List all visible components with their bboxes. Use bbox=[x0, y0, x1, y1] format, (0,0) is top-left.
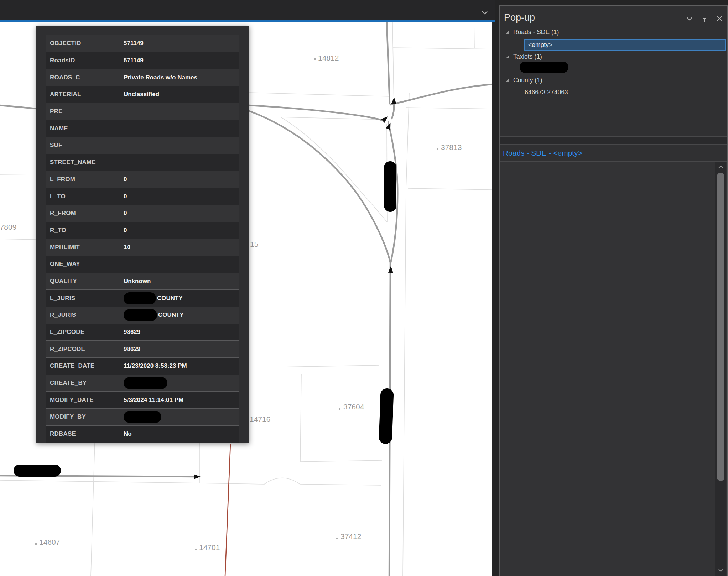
parcel-number-label: 37813 bbox=[441, 143, 462, 151]
redaction-mark bbox=[124, 309, 157, 321]
field-name: RDBASE bbox=[46, 426, 120, 443]
field-name: MODIFY_DATE bbox=[46, 392, 120, 408]
parcel-number-label: 37604 bbox=[343, 403, 364, 411]
panel-menu-chevron-down-icon[interactable] bbox=[685, 14, 694, 23]
field-value: Private Roads w/o Names bbox=[120, 69, 239, 86]
field-value: 0 bbox=[120, 188, 239, 205]
field-name: R_TO bbox=[46, 222, 120, 239]
redaction-mark bbox=[124, 377, 167, 389]
table-row: ROADS_CPrivate Roads w/o Names bbox=[46, 69, 239, 86]
tree-group-roads-sde[interactable]: Roads - SDE (1) bbox=[513, 28, 559, 36]
field-value: 10 bbox=[120, 239, 239, 256]
table-row: MODIFY_DATE5/3/2024 11:14:01 PM bbox=[46, 391, 239, 408]
field-name: ROADS_C bbox=[46, 69, 120, 86]
table-row: R_TO0 bbox=[46, 222, 239, 239]
field-value: 0 bbox=[120, 171, 239, 188]
ribbon-expand-chevron-icon[interactable] bbox=[481, 10, 489, 15]
popup-panel: Pop-up Roads - SDE (1) <empty> Taxlots (… bbox=[499, 5, 728, 576]
field-value: 571149 bbox=[120, 35, 239, 52]
table-row: R_ZIPCODE98629 bbox=[46, 340, 239, 357]
table-row: L_FROM0 bbox=[46, 171, 239, 188]
field-value: 571149 bbox=[120, 52, 239, 69]
feature-attributes-popup: OBJECTID571149RoadsID571149ROADS_CPrivat… bbox=[36, 26, 249, 443]
table-row: RoadsID571149 bbox=[46, 52, 239, 69]
scroll-down-icon[interactable] bbox=[715, 566, 726, 575]
redaction-mark bbox=[124, 292, 156, 304]
field-value: 98629 bbox=[120, 324, 239, 341]
field-name: R_ZIPCODE bbox=[46, 341, 120, 357]
field-name: STREET_NAME bbox=[46, 154, 120, 171]
field-value: Unknown bbox=[120, 273, 239, 290]
parcel-point-dot bbox=[195, 549, 197, 550]
table-row: NAME bbox=[46, 120, 239, 137]
table-row: L_TO0 bbox=[46, 188, 239, 205]
field-value: No bbox=[120, 426, 239, 443]
table-row: STREET_NAME bbox=[46, 154, 239, 171]
field-name: RoadsID bbox=[46, 52, 120, 69]
tree-group-taxlots[interactable]: Taxlots (1) bbox=[513, 53, 542, 61]
table-row: MODIFY_BY bbox=[46, 408, 239, 425]
parcel-number-label: 37809 bbox=[0, 223, 16, 231]
field-name: SUF bbox=[46, 137, 120, 154]
parcel-number-label: 14812 bbox=[318, 54, 339, 62]
field-name: QUALITY bbox=[46, 273, 120, 290]
field-name: CREATE_DATE bbox=[46, 358, 120, 375]
expander-triangle-icon[interactable] bbox=[505, 79, 509, 82]
field-name: MODIFY_BY bbox=[46, 409, 120, 425]
popup-section-header: Roads - SDE - <empty> bbox=[500, 145, 727, 162]
table-row: PRE bbox=[46, 103, 239, 120]
table-row: L_ZIPCODE98629 bbox=[46, 324, 239, 341]
expander-triangle-icon[interactable] bbox=[505, 31, 509, 34]
scrollbar-thumb[interactable] bbox=[717, 173, 724, 481]
field-name: CREATE_BY bbox=[46, 375, 120, 392]
panel-close-icon[interactable] bbox=[715, 14, 724, 23]
parcel-number-label: 14607 bbox=[39, 538, 60, 546]
parcel-number-label: 15 bbox=[250, 240, 258, 248]
tree-group-county[interactable]: County (1) bbox=[513, 77, 542, 84]
table-row: OBJECTID571149 bbox=[46, 35, 239, 52]
field-value bbox=[120, 375, 239, 392]
table-row: SUF bbox=[46, 137, 239, 154]
field-name: L_FROM bbox=[46, 171, 120, 188]
field-value bbox=[120, 154, 239, 171]
field-value: COUNTY bbox=[120, 290, 239, 307]
table-row: QUALITYUnknown bbox=[46, 273, 239, 290]
expander-triangle-icon[interactable] bbox=[505, 55, 509, 59]
redacted-tree-item[interactable] bbox=[520, 62, 568, 73]
popup-content-area[interactable] bbox=[500, 162, 727, 576]
table-row: L_JURISCOUNTY bbox=[46, 289, 239, 307]
parcel-point-dot bbox=[437, 148, 438, 150]
scrollbar[interactable] bbox=[715, 162, 726, 576]
field-value: 5/3/2024 11:14:01 PM bbox=[120, 392, 239, 408]
table-row: ONE_WAY bbox=[46, 256, 239, 273]
field-name: OBJECTID bbox=[46, 35, 120, 52]
table-row: MPHLIMIT10 bbox=[46, 239, 239, 256]
field-value: 98629 bbox=[120, 341, 239, 357]
table-row: CREATE_BY bbox=[46, 375, 239, 392]
field-value bbox=[120, 409, 239, 425]
field-value bbox=[120, 137, 239, 154]
parcel-number-label: 14716 bbox=[250, 415, 270, 423]
panel-pin-icon[interactable] bbox=[700, 14, 709, 23]
table-row: CREATE_DATE11/23/2020 8:58:23 PM bbox=[46, 357, 239, 375]
field-value: Unclassified bbox=[120, 86, 239, 103]
parcel-point-dot bbox=[339, 408, 340, 410]
field-name: L_JURIS bbox=[46, 290, 120, 307]
red-road-line bbox=[225, 444, 230, 576]
redaction-mark bbox=[124, 411, 161, 423]
field-name: NAME bbox=[46, 120, 120, 137]
table-row: R_JURISCOUNTY bbox=[46, 307, 239, 324]
scroll-up-icon[interactable] bbox=[715, 162, 726, 172]
field-name: MPHLIMIT bbox=[46, 239, 120, 256]
attribute-table: OBJECTID571149RoadsID571149ROADS_CPrivat… bbox=[46, 35, 239, 443]
parcel-point-dot bbox=[336, 538, 338, 539]
field-value bbox=[120, 256, 239, 273]
parcel-number-label: 37412 bbox=[340, 532, 361, 540]
ribbon-collapsed-bar bbox=[0, 0, 495, 20]
tree-item-county-value[interactable]: 646673.274063 bbox=[525, 89, 568, 96]
table-row: R_FROM0 bbox=[46, 205, 239, 222]
table-row: RDBASENo bbox=[46, 425, 239, 443]
panel-divider bbox=[500, 136, 727, 145]
parcel-point-dot bbox=[35, 543, 37, 545]
tree-item-selected-empty[interactable]: <empty> bbox=[524, 39, 726, 51]
